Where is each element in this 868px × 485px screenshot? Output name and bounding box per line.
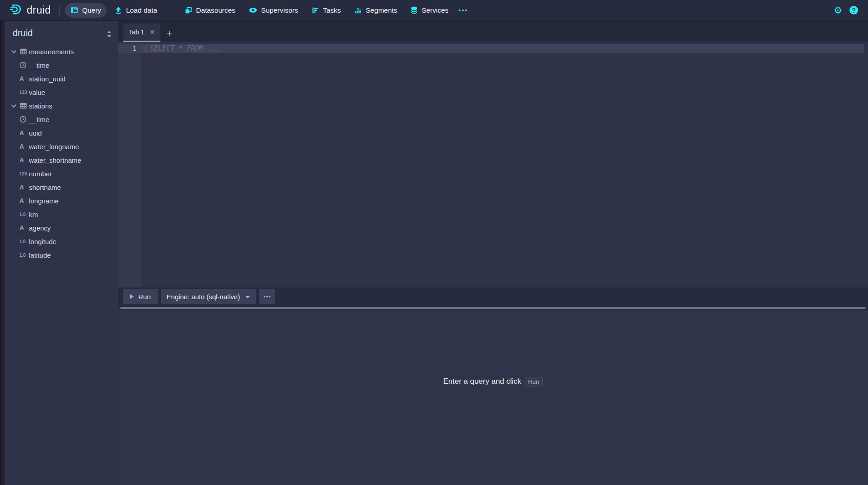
tree-column-station_uuid[interactable]: Astation_uuid (5, 72, 118, 85)
string-type-icon: A (19, 197, 29, 204)
tree-item-label: measurements (29, 48, 74, 56)
nav-item-label: Tasks (323, 6, 341, 14)
tree-item-label: agency (29, 224, 51, 232)
tree-column-agency[interactable]: Aagency (5, 221, 118, 235)
tree-item-label: latitude (29, 251, 51, 259)
string-type-icon: A (19, 224, 29, 231)
tree-column-number[interactable]: 123number (5, 167, 118, 180)
tree-item-label: shortname (29, 184, 61, 191)
brand-name: druid (27, 4, 51, 16)
nav-item-label: Load data (126, 6, 157, 14)
long-type-icon: 123 (19, 90, 29, 95)
tree-item-label: longitude (29, 238, 56, 245)
nav-item-supervisors[interactable]: Supervisors (244, 3, 304, 18)
schema-header: druid (5, 21, 118, 44)
run-more-button[interactable]: ••• (259, 289, 275, 304)
tree-column-km[interactable]: 1.0km (5, 207, 118, 221)
tree-column-uuid[interactable]: Auuid (5, 126, 118, 140)
tree-table-measurements[interactable]: measurements (5, 45, 118, 58)
tree-item-label: value (29, 89, 45, 96)
query-main-panel: Tab 1✕+ 1 SELECT * FROM ... Run Engine: … (118, 21, 868, 485)
nav-more-button[interactable]: ••• (454, 3, 473, 17)
clock-icon (19, 61, 29, 69)
tasks-icon (312, 7, 319, 14)
engine-select-button[interactable]: Engine: auto (sql-native) (161, 289, 256, 304)
string-type-icon: A (19, 143, 29, 150)
help-icon[interactable]: ? (849, 6, 858, 14)
double-type-icon: 1.0 (19, 253, 29, 258)
druid-logo-icon (9, 3, 23, 18)
double-caret-icon[interactable] (106, 30, 113, 38)
nav-divider (171, 5, 171, 16)
table-icon (19, 48, 29, 55)
tree-column-water_longname[interactable]: Awater_longname (5, 140, 118, 153)
nav-right-controls: ⚙ ? (834, 5, 862, 15)
tree-item-label: km (29, 211, 38, 218)
double-type-icon: 1.0 (19, 212, 29, 217)
line-number: 1 (118, 44, 141, 53)
string-type-icon: A (19, 129, 29, 137)
database-icon (411, 6, 418, 14)
schema-sidebar: druid measurements__timeAstation_uuid123… (5, 21, 118, 485)
play-icon (130, 294, 134, 299)
datasources-icon (185, 7, 192, 14)
nav-item-label: Segments (366, 6, 397, 14)
string-type-icon: A (19, 156, 29, 164)
tree-item-label: station_uuid (29, 75, 66, 83)
sql-editor[interactable]: 1 SELECT * FROM ... (118, 42, 868, 287)
editor-active-line: 1 SELECT * FROM ... (118, 44, 868, 53)
nav-item-tasks[interactable]: Tasks (306, 3, 347, 18)
resize-handle[interactable] (120, 307, 866, 309)
text-cursor (145, 45, 146, 52)
tree-column-latitude[interactable]: 1.0latitude (5, 248, 118, 262)
nav-item-datasources[interactable]: Datasources (179, 3, 241, 18)
results-panel: Enter a query and click Run (118, 310, 868, 485)
tree-column-water_shortname[interactable]: Awater_shortname (5, 153, 118, 167)
editor-gutter (118, 42, 141, 287)
nav-item-query[interactable]: Query (65, 3, 107, 18)
run-chip: Run (525, 377, 543, 386)
tree-item-label: number (29, 170, 52, 178)
nav-item-load-data[interactable]: Load data (109, 3, 163, 18)
tree-table-stations[interactable]: stations (5, 99, 118, 113)
nav-item-label: Supervisors (261, 6, 298, 14)
query-tab-bar: Tab 1✕+ (118, 21, 868, 42)
string-type-icon: A (19, 75, 29, 82)
nav-item-label: Services (422, 6, 448, 14)
string-type-icon: A (19, 184, 29, 191)
tree-item-label: water_shortname (29, 156, 81, 164)
nav-item-segments[interactable]: Segments (349, 3, 403, 18)
tree-item-label: __time (29, 116, 49, 123)
tree-column-__time[interactable]: __time (5, 113, 118, 126)
chevron-down-icon[interactable] (11, 103, 19, 109)
run-button[interactable]: Run (123, 289, 158, 304)
tree-column-value[interactable]: 123value (5, 85, 118, 99)
tree-item-label: longname (29, 197, 59, 205)
tree-column-shortname[interactable]: Ashortname (5, 180, 118, 194)
query-tab-tab-1[interactable]: Tab 1✕ (123, 24, 160, 42)
message-text: Enter a query and click (443, 377, 521, 386)
chevron-down-icon[interactable] (11, 49, 19, 55)
column-tree: measurements__timeAstation_uuid123values… (5, 45, 118, 262)
run-button-label: Run (138, 293, 151, 301)
tree-column-longitude[interactable]: 1.0longitude (5, 235, 118, 248)
tree-column-longname[interactable]: Alongname (5, 194, 118, 207)
chevron-down-icon (245, 296, 250, 298)
eye-icon (249, 7, 257, 13)
nav-items: QueryLoad dataDatasourcesSupervisorsTask… (65, 3, 454, 18)
tree-column-__time[interactable]: __time (5, 58, 118, 72)
nav-item-services[interactable]: Services (405, 3, 454, 18)
close-tab-icon[interactable]: ✕ (150, 28, 155, 36)
editor-placeholder: SELECT * FROM ... (150, 44, 220, 52)
left-edge-strip (0, 21, 5, 485)
druid-logo[interactable]: druid (6, 3, 54, 18)
empty-results-message: Enter a query and click Run (443, 376, 543, 387)
nav-item-label: Datasources (196, 6, 235, 14)
schema-selector[interactable]: druid (13, 28, 33, 38)
settings-gear-icon[interactable]: ⚙ (834, 5, 842, 15)
engine-label: Engine: auto (sql-native) (167, 293, 240, 301)
double-type-icon: 1.0 (19, 239, 29, 244)
tab-label: Tab 1 (129, 28, 144, 36)
add-tab-button[interactable]: + (167, 28, 172, 38)
query-icon (70, 6, 78, 14)
